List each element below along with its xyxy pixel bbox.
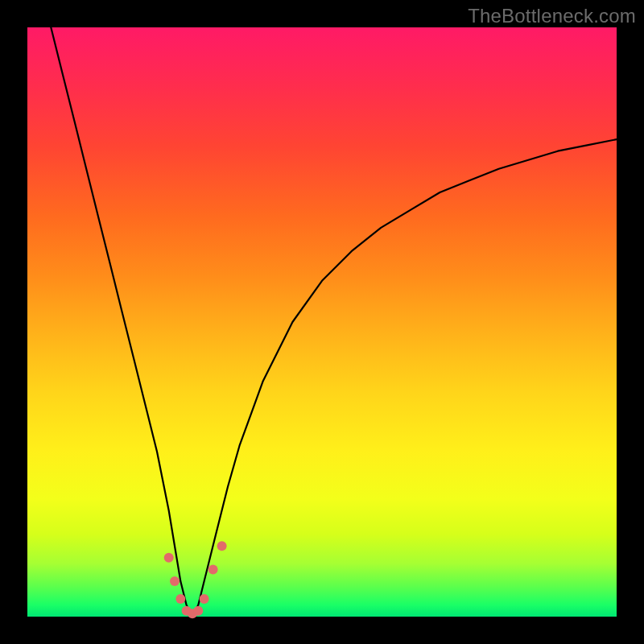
curve-svg (27, 27, 617, 617)
chart-frame: TheBottleneck.com (0, 0, 644, 644)
curve-marker (217, 541, 227, 551)
curve-marker (200, 594, 209, 604)
curve-marker (175, 594, 185, 604)
curve-marker (193, 606, 203, 616)
curve-markers (164, 541, 227, 618)
curve-marker (208, 564, 218, 574)
watermark-text: TheBottleneck.com (468, 5, 636, 27)
bottleneck-curve (51, 27, 617, 617)
curve-marker (164, 553, 174, 563)
curve-marker (170, 576, 180, 586)
plot-area (27, 27, 617, 617)
